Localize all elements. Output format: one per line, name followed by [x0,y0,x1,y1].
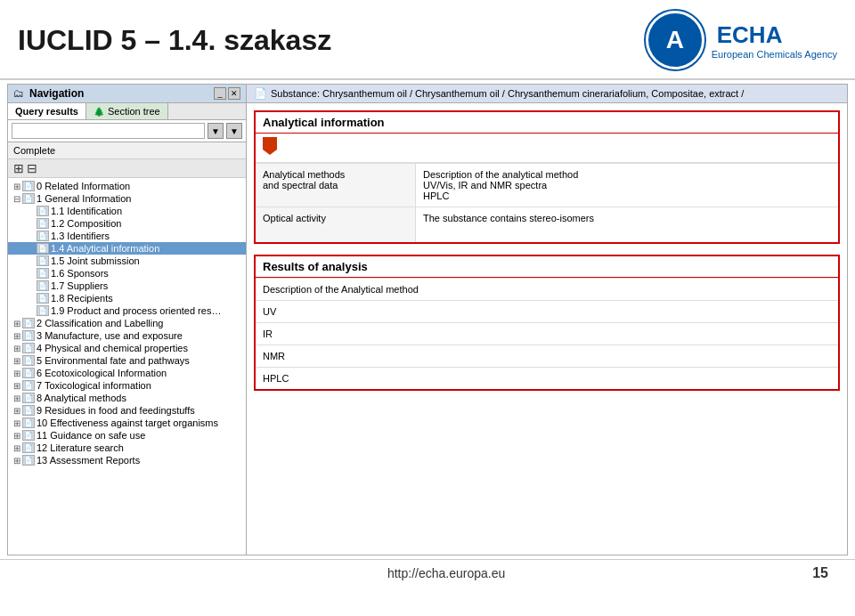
tree-doc-icon-11: 📄 [22,430,35,441]
tree-item-7[interactable]: ⊞📄7 Toxicological information [8,379,246,392]
nav-icon: 🗂 [13,87,24,100]
analytical-section: Analytical information Analytical method… [254,110,840,244]
tree-toggle-9[interactable]: ⊞ [12,406,22,416]
section-tree-icon: 🌲 [94,107,104,117]
tree-text-1.8: 1.8 Recipients [51,293,113,304]
tree-toggle-12[interactable]: ⊞ [12,443,22,453]
tree-text-1.9: 1.9 Product and process oriented res… [51,305,221,316]
tree-toggle-11[interactable]: ⊞ [12,431,22,441]
tree-doc-icon-10: 📄 [22,417,35,428]
field-row-optical: Optical activity The substance contains … [256,207,838,242]
tree-toggle-10[interactable]: ⊞ [12,418,22,428]
result-row-desc: Description of the Analytical method [256,278,838,300]
tree-item-3[interactable]: ⊞📄3 Manufacture, use and exposure [8,329,246,342]
nav-plus-icon[interactable]: ⊞ [13,161,24,175]
tree-item-5[interactable]: ⊞📄5 Environmental fate and pathways [8,354,246,367]
tree-doc-icon-13: 📄 [22,455,35,466]
tree-item-1.6[interactable]: 📄1.6 Sponsors [8,267,246,280]
footer-page: 15 [812,565,828,581]
tree-doc-icon-0: 📄 [22,181,35,191]
tree-toggle-3[interactable]: ⊞ [12,331,22,341]
tree-item-2[interactable]: ⊞📄2 Classification and Labelling [8,317,246,329]
tree-item-6[interactable]: ⊞📄6 Ecotoxicological Information [8,367,246,379]
tree-text-1.4: 1.4 Analytical information [51,243,159,254]
nav-minus-icon[interactable]: ⊟ [27,161,37,175]
tree-item-11[interactable]: ⊞📄11 Guidance on safe use [8,429,246,442]
content-title-bar: 📄 Substance: Chrysanthemum oil / Chrysan… [247,85,847,103]
tree-item-1.7[interactable]: 📄1.7 Suppliers [8,280,246,292]
tree-toggle-13[interactable]: ⊞ [12,456,22,466]
footer: http://echa.europa.eu 15 [0,559,855,587]
content-panel: 📄 Substance: Chrysanthemum oil / Chrysan… [247,85,847,555]
tree-doc-icon-12: 📄 [22,442,35,453]
logo-name: ECHA [717,21,837,49]
tree-item-8[interactable]: ⊞📄8 Analytical methods [8,392,246,404]
tree-doc-icon-1: 📄 [22,193,35,204]
nav-close-btn[interactable]: ✕ [228,87,240,100]
tree-text-1: 1 General Information [37,193,131,204]
tree-item-4[interactable]: ⊞📄4 Physical and chemical properties [8,342,246,354]
tree-text-1.2: 1.2 Composition [51,218,122,229]
tree-item-1.9[interactable]: 📄1.9 Product and process oriented res… [8,304,246,317]
tree-item-13[interactable]: ⊞📄13 Assessment Reports [8,454,246,466]
nav-search-btn[interactable]: ▼ [208,123,224,139]
tree-doc-icon-1.8: 📄 [37,293,49,304]
tree-item-1.8[interactable]: 📄1.8 Recipients [8,292,246,304]
tree-doc-icon-9: 📄 [22,405,35,416]
nav-search-btn2[interactable]: ▼ [226,123,242,139]
results-section: Results of analysis Description of the A… [254,255,840,391]
tree-doc-icon-5: 📄 [22,355,35,366]
field-label-optical: Optical activity [256,207,416,242]
main-area: 🗂 Navigation _ ✕ Query results 🌲 Section… [7,84,848,555]
nav-search-input[interactable] [12,123,205,139]
top-divider [0,78,855,80]
tree-text-1.6: 1.6 Sponsors [51,268,109,279]
tree-text-1.1: 1.1 Identification [51,206,122,216]
nav-search-bar: ▼ ▼ [8,120,246,142]
tree-item-1.4[interactable]: 📄1.4 Analytical information [8,242,246,255]
tree-item-1[interactable]: ⊟📄1 General Information [8,192,246,205]
tree-doc-icon-8: 📄 [22,393,35,403]
field-label-methods: Analytical methodsand spectral data [256,164,416,207]
tab-query-results[interactable]: Query results [8,103,86,119]
tree-text-7: 7 Toxicological information [37,380,151,391]
field-value-methods: Description of the analytical methodUV/V… [416,164,838,207]
tree-toggle-7[interactable]: ⊞ [12,381,22,391]
nav-controls: _ ✕ [214,87,240,100]
content-scroll[interactable]: Analytical information Analytical method… [247,103,847,555]
tree-item-10[interactable]: ⊞📄10 Effectiveness against target organi… [8,417,246,429]
tree-doc-icon-1.7: 📄 [37,280,49,291]
tree-item-0[interactable]: ⊞📄0 Related Information [8,180,246,192]
tree-doc-icon-4: 📄 [22,343,35,353]
tree-text-1.5: 1.5 Joint submission [51,255,140,266]
tree-text-2: 2 Classification and Labelling [37,318,163,328]
tree-doc-icon-1.9: 📄 [37,305,49,316]
tree-toggle-8[interactable]: ⊞ [12,393,22,403]
analytical-section-header: Analytical information [256,112,838,134]
tree-text-4: 4 Physical and chemical properties [37,343,188,353]
tree-doc-icon-7: 📄 [22,380,35,391]
tree-doc-icon-3: 📄 [22,330,35,341]
tab-section-tree[interactable]: 🌲 Section tree [86,103,168,119]
tree-item-1.3[interactable]: 📄1.3 Identifiers [8,230,246,242]
tree-doc-icon-1.3: 📄 [37,231,49,241]
nav-minimize-btn[interactable]: _ [214,87,226,100]
tree-toggle-2[interactable]: ⊞ [12,319,22,328]
tree-item-1.2[interactable]: 📄1.2 Composition [8,217,246,230]
nav-tabs: Query results 🌲 Section tree [8,103,246,120]
tree-toggle-1[interactable]: ⊟ [12,194,22,204]
logo-inner: A [648,13,702,67]
tree-toggle-0[interactable]: ⊞ [12,182,22,191]
tree-item-12[interactable]: ⊞📄12 Literature search [8,442,246,454]
tree-toggle-5[interactable]: ⊞ [12,356,22,366]
field-row-methods: Analytical methodsand spectral data Desc… [256,163,838,207]
tree-toggle-4[interactable]: ⊞ [12,344,22,353]
tree-item-1.1[interactable]: 📄1.1 Identification [8,205,246,217]
header-title: IUCLID 5 – 1.4. szakasz [18,24,331,57]
tree-toggle-6[interactable]: ⊞ [12,369,22,378]
tree-item-9[interactable]: ⊞📄9 Residues in food and feedingstuffs [8,404,246,417]
nav-tree: ⊞📄0 Related Information⊟📄1 General Infor… [8,178,246,555]
tree-text-1.3: 1.3 Identifiers [51,231,110,241]
tree-item-1.5[interactable]: 📄1.5 Joint submission [8,255,246,267]
tree-text-13: 13 Assessment Reports [37,455,140,466]
